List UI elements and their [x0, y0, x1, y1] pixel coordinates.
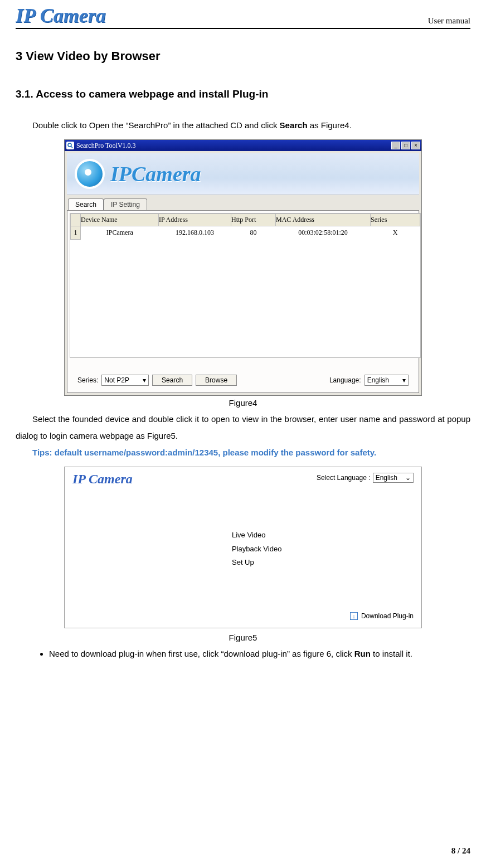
bullet-post: to install it.: [371, 649, 412, 658]
maximize-button[interactable]: □: [401, 142, 410, 149]
banner: IPCamera: [67, 153, 419, 195]
close-button[interactable]: ×: [411, 142, 420, 149]
search-button[interactable]: Search: [152, 375, 192, 386]
banner-text: IPCamera: [110, 162, 201, 186]
menu-playback-video[interactable]: Playback Video: [232, 542, 281, 556]
p1-post: as Figure4.: [308, 120, 352, 130]
device-table[interactable]: Device Name IP Address Http Port MAC Add…: [70, 213, 421, 358]
menu-live-video[interactable]: Live Video: [232, 528, 281, 542]
series-select[interactable]: Not P2P▾: [101, 375, 149, 386]
tab-ipsetting[interactable]: IP Setting: [104, 198, 147, 210]
cell-series: X: [371, 226, 420, 240]
series-label: Series:: [77, 376, 98, 384]
paragraph-2: Select the founded device and double cli…: [16, 411, 470, 444]
download-plugin-link[interactable]: ↓ Download Plug-in: [350, 612, 414, 620]
minimize-button[interactable]: _: [391, 142, 400, 149]
tab-search[interactable]: Search: [68, 198, 104, 210]
language-label: Language:: [329, 376, 361, 384]
figure4-wrap: SearchPro ToolV1.0.3 _ □ × IPCamera Sear…: [16, 139, 470, 396]
select-language-label: Select Language :: [317, 474, 371, 482]
window-title: SearchPro ToolV1.0.3: [76, 142, 136, 150]
chevron-down-icon: ▾: [402, 375, 406, 385]
page-number: 8 / 24: [451, 846, 470, 856]
section-title: 3 View Video by Browser: [16, 49, 470, 64]
bullet-pre: Need to download plug-in when first use,…: [49, 649, 354, 658]
app-icon: [66, 142, 74, 149]
cell-mac: 00:03:02:58:01:20: [276, 226, 371, 240]
download-plugin-label: Download Plug-in: [361, 612, 414, 620]
col-port: Http Port: [231, 214, 276, 226]
cell-device: IPCamera: [81, 226, 159, 240]
figure5-caption: Figure5: [16, 633, 470, 642]
menu-set-up[interactable]: Set Up: [232, 556, 281, 570]
figure5-wrap: IP Camera Select Language : English⌄ Liv…: [16, 467, 470, 631]
bullet-1: Need to download plug-in when first use,…: [49, 646, 470, 662]
p1-pre: Double click to Open the “SearchPro” in …: [32, 120, 280, 130]
figure4-caption: Figure4: [16, 398, 470, 408]
tips-line: Tips: default username/password:admin/12…: [16, 444, 470, 461]
table-row[interactable]: 1 IPCamera 192.168.0.103 80 00:03:02:58:…: [71, 226, 420, 240]
page-header: IP Camera User manual: [16, 0, 470, 29]
webpage-logo: IP Camera: [72, 472, 133, 487]
download-icon: ↓: [350, 612, 358, 620]
col-ip: IP Address: [159, 214, 231, 226]
language-select[interactable]: English▾: [365, 375, 409, 386]
header-logo: IP Camera: [16, 6, 106, 28]
col-series: Series: [371, 214, 420, 226]
col-num: [71, 214, 81, 226]
cell-port: 80: [231, 226, 276, 240]
language-select-value: English: [367, 375, 389, 385]
camera-webpage: IP Camera Select Language : English⌄ Liv…: [64, 467, 422, 628]
cell-ip: 192.168.0.103: [159, 226, 231, 240]
cell-num: 1: [71, 226, 81, 240]
col-device: Device Name: [81, 214, 159, 226]
header-label: User manual: [428, 16, 470, 28]
chevron-down-icon: ▾: [143, 375, 146, 385]
titlebar: SearchPro ToolV1.0.3 _ □ ×: [65, 140, 421, 151]
select-language-dropdown[interactable]: English⌄: [373, 473, 414, 483]
browse-button[interactable]: Browse: [196, 375, 237, 386]
select-language-value: English: [376, 474, 397, 482]
p1-bold: Search: [280, 120, 308, 130]
chevron-down-icon: ⌄: [405, 474, 411, 482]
eye-icon: [75, 159, 105, 189]
series-select-value: Not P2P: [104, 375, 129, 385]
paragraph-1: Double click to Open the “SearchPro” in …: [16, 117, 470, 134]
col-mac: MAC Address: [276, 214, 371, 226]
searchpro-window: SearchPro ToolV1.0.3 _ □ × IPCamera Sear…: [64, 139, 422, 396]
subsection-title: 3.1. Access to camera webpage and instal…: [16, 88, 470, 100]
svg-line-1: [71, 146, 72, 148]
bullet-bold: Run: [354, 649, 371, 658]
